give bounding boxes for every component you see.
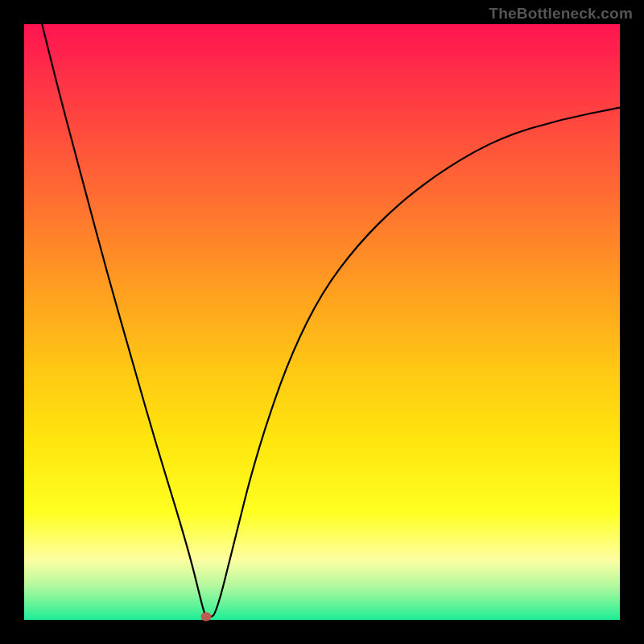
bottleneck-curve: [24, 24, 620, 620]
chart-frame: TheBottleneck.com: [0, 0, 644, 644]
watermark-text: TheBottleneck.com: [489, 5, 633, 23]
minimum-marker: [200, 613, 211, 621]
chart-plot-area: [24, 24, 620, 620]
